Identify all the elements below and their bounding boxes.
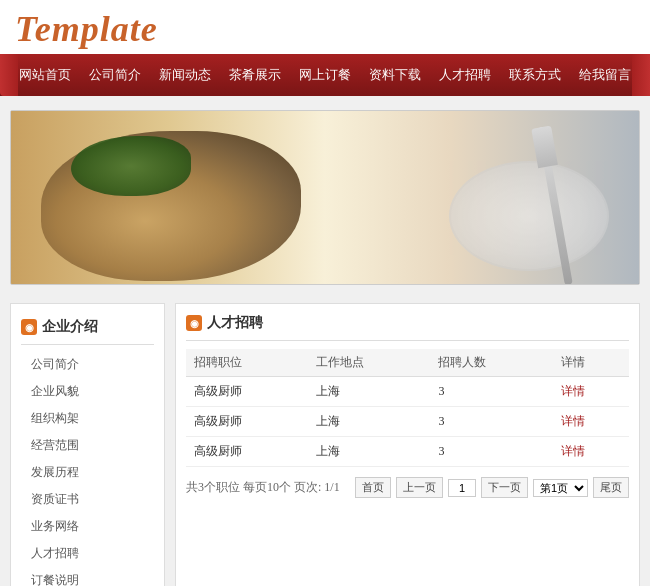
sidebar-item-intro[interactable]: 公司简介 [11, 351, 164, 378]
col-location: 工作地点 [308, 349, 430, 377]
jobs-section-title: ◉ 人才招聘 [186, 314, 629, 332]
table-row: 高级厨师 上海 3 详情 [186, 437, 629, 467]
nav-items: 网站首页 公司简介 新闻动态 茶肴展示 网上订餐 资料下载 人才招聘 联系方式 … [10, 62, 640, 88]
col-detail: 详情 [553, 349, 629, 377]
table-row: 高级厨师 上海 3 详情 [186, 377, 629, 407]
job-position-2: 高级厨师 [186, 407, 308, 437]
pagination: 共3个职位 每页10个 页次: 1/1 首页 上一页 下一页 第1页 尾页 [186, 477, 629, 498]
jobs-section: ◉ 人才招聘 招聘职位 工作地点 招聘人数 详情 高级厨师 上海 3 详情 [175, 303, 640, 586]
table-header-row: 招聘职位 工作地点 招聘人数 详情 [186, 349, 629, 377]
sidebar: ◉ 企业介绍 公司简介 企业风貌 组织构架 经营范围 发展历程 资质证书 业务网… [10, 303, 165, 586]
jobs-title-text: 人才招聘 [207, 314, 263, 332]
main-content: ◉ 企业介绍 公司简介 企业风貌 组织构架 经营范围 发展历程 资质证书 业务网… [0, 295, 650, 586]
first-page-button[interactable]: 首页 [355, 477, 391, 498]
table-row: 高级厨师 上海 3 详情 [186, 407, 629, 437]
sidebar-item-network[interactable]: 业务网络 [11, 513, 164, 540]
nav-bar: 网站首页 公司简介 新闻动态 茶肴展示 网上订餐 资料下载 人才招聘 联系方式 … [0, 54, 650, 96]
sidebar-item-jobs[interactable]: 人才招聘 [11, 540, 164, 567]
nav-item-contact[interactable]: 联系方式 [501, 62, 569, 88]
nav-item-download[interactable]: 资料下载 [361, 62, 429, 88]
sidebar-item-order-notes[interactable]: 订餐说明 [11, 567, 164, 586]
nav-item-message[interactable]: 给我留言 [571, 62, 639, 88]
sidebar-item-scope[interactable]: 经营范围 [11, 432, 164, 459]
sidebar-rss-icon: ◉ [21, 319, 37, 335]
col-count: 招聘人数 [430, 349, 552, 377]
nav-item-dishes[interactable]: 茶肴展示 [221, 62, 289, 88]
prev-page-button[interactable]: 上一页 [396, 477, 443, 498]
next-page-button[interactable]: 下一页 [481, 477, 528, 498]
sidebar-divider [21, 344, 154, 345]
job-location-3: 上海 [308, 437, 430, 467]
job-detail-link-2[interactable]: 详情 [561, 414, 585, 428]
sidebar-item-structure[interactable]: 组织构架 [11, 405, 164, 432]
page-select[interactable]: 第1页 [533, 479, 588, 497]
sidebar-title-text: 企业介绍 [42, 318, 98, 336]
job-detail-link-1[interactable]: 详情 [561, 384, 585, 398]
nav-item-about[interactable]: 公司简介 [81, 62, 149, 88]
header: Template [0, 0, 650, 54]
page-number-input[interactable] [448, 479, 476, 497]
job-count-2: 3 [430, 407, 552, 437]
job-count-3: 3 [430, 437, 552, 467]
job-position-1: 高级厨师 [186, 377, 308, 407]
nav-item-news[interactable]: 新闻动态 [151, 62, 219, 88]
last-page-button[interactable]: 尾页 [593, 477, 629, 498]
jobs-rss-icon: ◉ [186, 315, 202, 331]
job-count-1: 3 [430, 377, 552, 407]
jobs-divider [186, 340, 629, 341]
food-decoration-3 [449, 161, 609, 271]
job-location-1: 上海 [308, 377, 430, 407]
hero-image [10, 110, 640, 285]
page-info: 共3个职位 每页10个 页次: 1/1 [186, 479, 350, 496]
site-title: Template [15, 8, 635, 50]
job-location-2: 上海 [308, 407, 430, 437]
food-decoration-2 [71, 136, 191, 196]
nav-item-home[interactable]: 网站首页 [11, 62, 79, 88]
sidebar-item-history[interactable]: 发展历程 [11, 459, 164, 486]
sidebar-title: ◉ 企业介绍 [11, 314, 164, 344]
nav-item-jobs[interactable]: 人才招聘 [431, 62, 499, 88]
nav-item-order[interactable]: 网上订餐 [291, 62, 359, 88]
job-position-3: 高级厨师 [186, 437, 308, 467]
sidebar-item-cert[interactable]: 资质证书 [11, 486, 164, 513]
jobs-table: 招聘职位 工作地点 招聘人数 详情 高级厨师 上海 3 详情 高级厨师 上海 3 [186, 349, 629, 467]
sidebar-item-style[interactable]: 企业风貌 [11, 378, 164, 405]
job-detail-link-3[interactable]: 详情 [561, 444, 585, 458]
col-position: 招聘职位 [186, 349, 308, 377]
